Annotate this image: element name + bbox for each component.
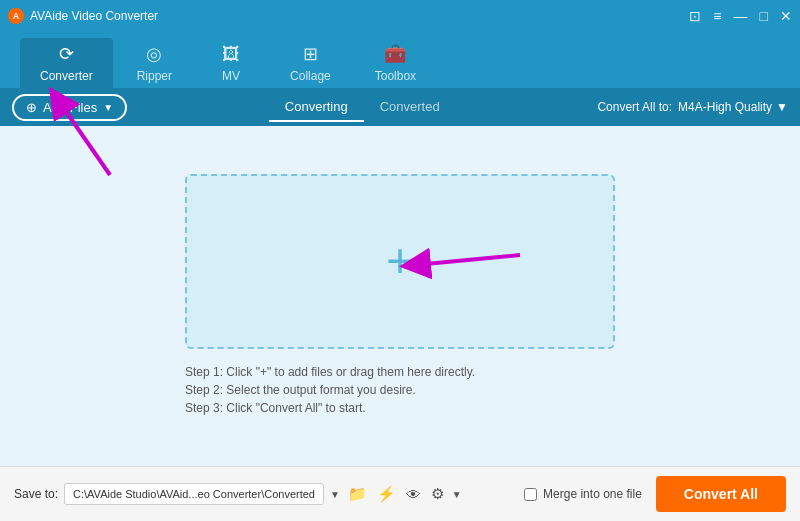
menu-btn[interactable]: ≡ [713, 8, 721, 24]
settings-dropdown-icon[interactable]: ▼ [452, 489, 462, 500]
nav-tab-mv-label: MV [222, 69, 240, 83]
toolbar: ⊕ Add Files ▼ Converting Converted Conve… [0, 88, 800, 126]
converting-tab[interactable]: Converting [269, 93, 364, 122]
bottom-bar: Save to: C:\AVAide Studio\AVAid...eo Con… [0, 466, 800, 521]
nav-tab-toolbox[interactable]: 🧰 Toolbox [355, 38, 436, 88]
save-to-label: Save to: [14, 487, 58, 501]
add-files-button[interactable]: ⊕ Add Files ▼ [12, 94, 127, 121]
merge-checkbox-label[interactable]: Merge into one file [524, 487, 642, 501]
ripper-icon: ◎ [146, 43, 162, 65]
steps-section: Step 1: Click "+" to add files or drag t… [185, 365, 615, 419]
converter-icon: ⟳ [59, 43, 74, 65]
nav-tab-ripper[interactable]: ◎ Ripper [117, 38, 192, 88]
close-btn[interactable]: ✕ [780, 8, 792, 24]
nav-tab-toolbox-label: Toolbox [375, 69, 416, 83]
nav-tab-converter[interactable]: ⟳ Converter [20, 38, 113, 88]
flash-button[interactable]: ⚡ [375, 483, 398, 505]
drop-zone[interactable]: + [185, 174, 615, 349]
toolbox-icon: 🧰 [384, 43, 406, 65]
nav-tab-collage[interactable]: ⊞ Collage [270, 38, 351, 88]
settings-button[interactable]: ⚙ [429, 483, 446, 505]
monitor-btn[interactable]: ⊡ [689, 8, 701, 24]
nav-tab-mv[interactable]: 🖼 MV [196, 38, 266, 88]
nav-tab-collage-label: Collage [290, 69, 331, 83]
merge-checkbox[interactable] [524, 488, 537, 501]
convert-all-to-select[interactable]: M4A-High Quality ▼ [678, 100, 788, 114]
add-files-dropdown-icon: ▼ [103, 102, 113, 113]
save-path-display: C:\AVAide Studio\AVAid...eo Converter\Co… [64, 483, 324, 505]
preview-button[interactable]: 👁 [404, 484, 423, 505]
mv-icon: 🖼 [222, 44, 240, 65]
drop-zone-plus-icon: + [386, 237, 414, 285]
main-content: + Step 1: Click "+" to add files or drag… [0, 126, 800, 466]
add-files-label: Add Files [43, 100, 97, 115]
nav-tab-converter-label: Converter [40, 69, 93, 83]
collage-icon: ⊞ [303, 43, 318, 65]
plus-icon: ⊕ [26, 100, 37, 115]
save-path-dropdown-icon[interactable]: ▼ [330, 489, 340, 500]
converted-tab[interactable]: Converted [364, 93, 456, 122]
merge-label: Merge into one file [543, 487, 642, 501]
maximize-btn[interactable]: □ [760, 8, 768, 24]
convert-all-to-label: Convert All to: [597, 100, 672, 114]
convert-all-to-value: M4A-High Quality [678, 100, 772, 114]
convert-all-button[interactable]: Convert All [656, 476, 786, 512]
open-folder-button[interactable]: 📁 [346, 483, 369, 505]
app-title: AVAide Video Converter [30, 9, 158, 23]
title-bar: A AVAide Video Converter ⊡ ≡ — □ ✕ [0, 0, 800, 32]
convert-all-to-dropdown-icon: ▼ [776, 100, 788, 114]
minimize-btn[interactable]: — [734, 8, 748, 24]
app-logo: A [8, 8, 24, 24]
step-1: Step 1: Click "+" to add files or drag t… [185, 365, 615, 379]
app-window: A AVAide Video Converter ⊡ ≡ — □ ✕ ⟳ Con… [0, 0, 800, 521]
step-2: Step 2: Select the output format you des… [185, 383, 615, 397]
nav-bar: ⟳ Converter ◎ Ripper 🖼 MV ⊞ Collage 🧰 To… [0, 32, 800, 88]
step-3: Step 3: Click "Convert All" to start. [185, 401, 615, 415]
nav-tab-ripper-label: Ripper [137, 69, 172, 83]
